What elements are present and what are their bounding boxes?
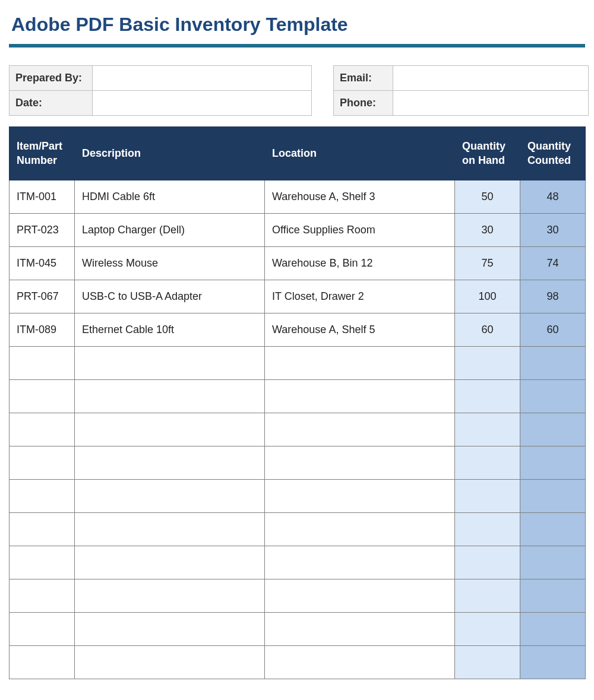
cell-qc[interactable] (520, 479, 586, 512)
cell-qc[interactable]: 74 (520, 246, 586, 280)
cell-desc[interactable]: USB-C to USB-A Adapter (75, 280, 265, 313)
cell-loc[interactable] (265, 512, 455, 546)
cell-qoh[interactable] (455, 413, 520, 446)
meta-section: Prepared By: Date: Email: Phone: (9, 65, 585, 116)
cell-qc[interactable] (520, 379, 586, 413)
cell-desc[interactable] (75, 512, 265, 546)
cell-part[interactable]: ITM-001 (10, 180, 75, 213)
table-row (10, 346, 586, 379)
cell-part[interactable] (10, 579, 75, 612)
cell-qoh[interactable] (455, 479, 520, 512)
cell-loc[interactable] (265, 413, 455, 446)
cell-qoh[interactable] (455, 379, 520, 413)
cell-qoh[interactable]: 30 (455, 213, 520, 246)
phone-label: Phone: (334, 91, 393, 116)
cell-part[interactable] (10, 446, 75, 479)
cell-qoh[interactable] (455, 546, 520, 579)
table-row: ITM-001HDMI Cable 6ftWarehouse A, Shelf … (10, 180, 586, 213)
cell-qc[interactable] (520, 446, 586, 479)
cell-loc[interactable]: Office Supplies Room (265, 213, 455, 246)
cell-desc[interactable]: HDMI Cable 6ft (75, 180, 265, 213)
cell-loc[interactable]: Warehouse B, Bin 12 (265, 246, 455, 280)
cell-desc[interactable] (75, 379, 265, 413)
col-header-part: Item/Part Number (10, 127, 75, 180)
col-header-qc: Quantity Counted (520, 127, 586, 180)
cell-qc[interactable] (520, 512, 586, 546)
cell-qc[interactable] (520, 645, 586, 679)
cell-qoh[interactable] (455, 645, 520, 679)
cell-qc[interactable]: 48 (520, 180, 586, 213)
cell-qc[interactable]: 60 (520, 313, 586, 346)
cell-qoh[interactable]: 100 (455, 280, 520, 313)
cell-loc[interactable]: Warehouse A, Shelf 3 (265, 180, 455, 213)
cell-qoh[interactable]: 60 (455, 313, 520, 346)
cell-desc[interactable]: Laptop Charger (Dell) (75, 213, 265, 246)
prepared-by-label: Prepared By: (10, 66, 93, 91)
cell-part[interactable] (10, 479, 75, 512)
cell-qoh[interactable]: 75 (455, 246, 520, 280)
cell-qoh[interactable] (455, 446, 520, 479)
cell-part[interactable] (10, 645, 75, 679)
table-row (10, 379, 586, 413)
date-label: Date: (10, 91, 93, 116)
cell-desc[interactable] (75, 579, 265, 612)
cell-part[interactable] (10, 379, 75, 413)
cell-part[interactable]: ITM-045 (10, 246, 75, 280)
cell-desc[interactable] (75, 479, 265, 512)
cell-part[interactable] (10, 512, 75, 546)
cell-loc[interactable] (265, 346, 455, 379)
table-row (10, 579, 586, 612)
cell-desc[interactable] (75, 446, 265, 479)
cell-qoh[interactable] (455, 579, 520, 612)
cell-qc[interactable] (520, 546, 586, 579)
cell-qc[interactable] (520, 346, 586, 379)
table-row (10, 612, 586, 645)
cell-qoh[interactable]: 50 (455, 180, 520, 213)
cell-qc[interactable] (520, 612, 586, 645)
cell-loc[interactable] (265, 612, 455, 645)
page-title: Adobe PDF Basic Inventory Template (11, 14, 585, 36)
cell-desc[interactable] (75, 612, 265, 645)
table-row: ITM-089Ethernet Cable 10ftWarehouse A, S… (10, 313, 586, 346)
prepared-by-field[interactable] (93, 66, 312, 91)
cell-loc[interactable]: Warehouse A, Shelf 5 (265, 313, 455, 346)
cell-desc[interactable] (75, 346, 265, 379)
cell-desc[interactable] (75, 645, 265, 679)
cell-qoh[interactable] (455, 512, 520, 546)
cell-loc[interactable]: IT Closet, Drawer 2 (265, 280, 455, 313)
cell-part[interactable] (10, 346, 75, 379)
cell-desc[interactable]: Ethernet Cable 10ft (75, 313, 265, 346)
date-field[interactable] (93, 91, 312, 116)
cell-part[interactable]: PRT-067 (10, 280, 75, 313)
table-row (10, 479, 586, 512)
cell-loc[interactable] (265, 479, 455, 512)
cell-qoh[interactable] (455, 346, 520, 379)
cell-qoh[interactable] (455, 612, 520, 645)
cell-loc[interactable] (265, 546, 455, 579)
cell-desc[interactable] (75, 413, 265, 446)
email-label: Email: (334, 66, 393, 91)
cell-loc[interactable] (265, 379, 455, 413)
table-row (10, 645, 586, 679)
table-row (10, 546, 586, 579)
table-row: PRT-023Laptop Charger (Dell)Office Suppl… (10, 213, 586, 246)
table-row: PRT-067USB-C to USB-A AdapterIT Closet, … (10, 280, 586, 313)
cell-loc[interactable] (265, 446, 455, 479)
cell-qc[interactable]: 30 (520, 213, 586, 246)
cell-part[interactable]: ITM-089 (10, 313, 75, 346)
cell-desc[interactable]: Wireless Mouse (75, 246, 265, 280)
cell-qc[interactable]: 98 (520, 280, 586, 313)
cell-desc[interactable] (75, 546, 265, 579)
col-header-qoh: Quantity on Hand (455, 127, 520, 180)
cell-part[interactable] (10, 413, 75, 446)
table-row: ITM-045Wireless MouseWarehouse B, Bin 12… (10, 246, 586, 280)
cell-loc[interactable] (265, 645, 455, 679)
cell-part[interactable]: PRT-023 (10, 213, 75, 246)
cell-loc[interactable] (265, 579, 455, 612)
email-field[interactable] (393, 66, 589, 91)
cell-qc[interactable] (520, 413, 586, 446)
phone-field[interactable] (393, 91, 589, 116)
cell-part[interactable] (10, 546, 75, 579)
cell-part[interactable] (10, 612, 75, 645)
cell-qc[interactable] (520, 579, 586, 612)
